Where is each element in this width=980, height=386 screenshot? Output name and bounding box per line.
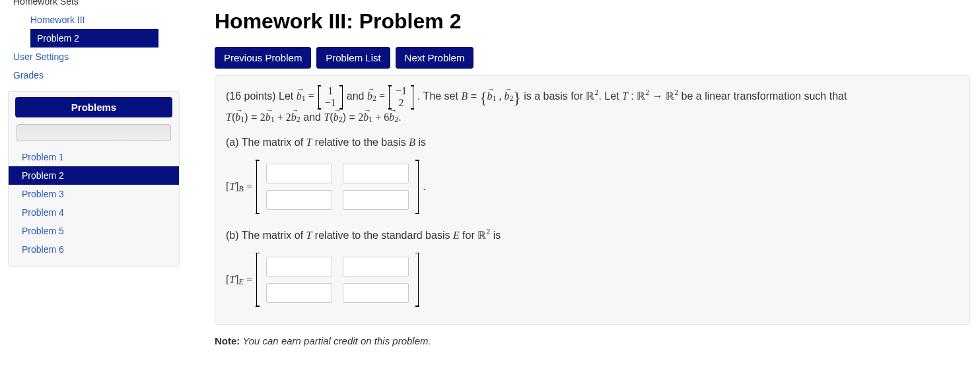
problem-statement: (16 points) Let b1 = 1−1 and b2 = −12 . … [226, 85, 959, 125]
problem-body: (16 points) Let b1 = 1−1 and b2 = −12 . … [215, 75, 970, 325]
problems-panel-title: Problems [15, 97, 172, 117]
problem-link-6[interactable]: Problem 6 [9, 240, 179, 259]
nav-homework-iii[interactable]: Homework III [0, 11, 180, 29]
TE-entry-1-2[interactable] [343, 257, 409, 276]
problem-link-4[interactable]: Problem 4 [9, 203, 179, 222]
TB-entry-2-1[interactable] [266, 190, 332, 210]
part-b-label: (b) The matrix of T relative to the stan… [226, 226, 959, 243]
matrix-TE [256, 253, 419, 307]
next-problem-button[interactable]: Next Problem [396, 47, 474, 69]
part-b-matrix-row: [T]E = [226, 253, 959, 307]
nav-user-settings[interactable]: User Settings [0, 48, 180, 66]
TB-entry-1-1[interactable] [266, 164, 332, 183]
TB-entry-2-2[interactable] [343, 190, 409, 210]
TE-entry-1-1[interactable] [266, 257, 332, 276]
problem-jump-input[interactable] [17, 124, 171, 141]
part-a-matrix-row: [T]B = . [226, 160, 959, 214]
nav-homework-sets[interactable]: Homework Sets [0, 0, 180, 11]
problem-link-1[interactable]: Problem 1 [9, 148, 179, 166]
nav-problem-2-current[interactable]: Problem 2 [30, 29, 158, 48]
problem-link-2[interactable]: Problem 2 [9, 166, 179, 185]
problems-list: Problem 1Problem 2Problem 3Problem 4Prob… [9, 148, 179, 259]
problem-nav-buttons: Previous Problem Problem List Next Probl… [215, 47, 970, 69]
problem-link-3[interactable]: Problem 3 [9, 185, 179, 203]
problem-link-5[interactable]: Problem 5 [9, 222, 179, 240]
TE-entry-2-2[interactable] [343, 283, 409, 303]
nav-grades[interactable]: Grades [0, 66, 180, 84]
TE-entry-2-1[interactable] [266, 283, 332, 303]
TB-entry-1-2[interactable] [343, 164, 409, 183]
problem-list-button[interactable]: Problem List [316, 47, 390, 69]
matrix-TB [256, 160, 419, 214]
partial-credit-note: Note: You can earn partial credit on thi… [215, 335, 970, 346]
page-title: Homework III: Problem 2 [215, 9, 970, 34]
part-a-label: (a) The matrix of T relative to the basi… [226, 135, 959, 150]
previous-problem-button[interactable]: Previous Problem [215, 47, 311, 69]
problems-panel: Problems Problem 1Problem 2Problem 3Prob… [8, 91, 180, 267]
